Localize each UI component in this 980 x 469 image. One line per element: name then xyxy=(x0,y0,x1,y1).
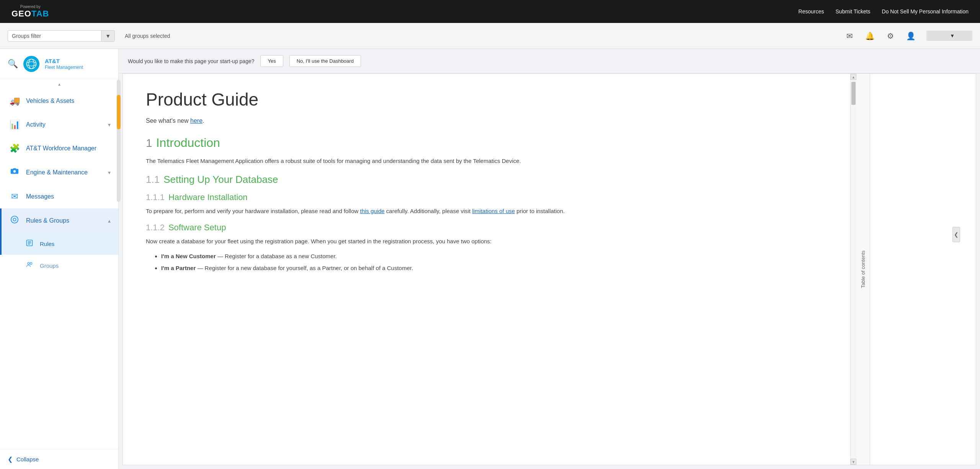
limitations-link[interactable]: limitations of use xyxy=(472,208,515,214)
resources-link[interactable]: Resources xyxy=(799,8,824,15)
sub-sub-1-1-1-title: Hardware Installation xyxy=(168,192,248,202)
groups-filter-arrow[interactable]: ▼ xyxy=(101,31,114,41)
scrollbar-up-button[interactable]: ▲ xyxy=(851,74,856,80)
section-1-num: 1 xyxy=(146,137,152,150)
section-1-body: The Telematics Fleet Management Applicat… xyxy=(146,156,827,166)
bell-icon-button[interactable]: 🔔 xyxy=(864,30,876,42)
svg-point-5 xyxy=(13,170,16,173)
bullet-new-customer: I'm a New Customer — Register for a data… xyxy=(161,251,827,261)
groups-filter-label: Groups filter xyxy=(12,33,41,39)
collapse-sidebar-button[interactable]: ❮ Collapse xyxy=(0,449,118,469)
do-not-sell-link[interactable]: Do Not Sell My Personal Information xyxy=(882,8,969,15)
scroll-up-button[interactable]: ▴ xyxy=(0,79,118,89)
bullet-partner-bold: I'm a Partner xyxy=(161,265,196,271)
camera-icon-svg xyxy=(10,167,19,176)
svg-point-14 xyxy=(30,262,32,264)
scrollbar-track xyxy=(851,80,856,459)
activity-expand-arrow: ▾ xyxy=(108,122,111,128)
top-nav-links: Resources Submit Tickets Do Not Sell My … xyxy=(799,8,969,15)
scrollbar-down-button[interactable]: ▼ xyxy=(851,459,856,465)
startup-question: Would you like to make this page your st… xyxy=(128,58,254,64)
guide-scrollbar[interactable]: ▲ ▼ xyxy=(850,74,856,465)
svg-point-8 xyxy=(13,218,16,221)
sidebar-item-workforce[interactable]: 🧩 AT&T Workforce Manager xyxy=(0,137,118,160)
rules-label: Rules xyxy=(40,241,54,247)
scrollbar-thumb[interactable] xyxy=(117,95,121,129)
sidebar-search-button[interactable]: 🔍 xyxy=(8,59,18,69)
sub-sub-1-1-2-num: 1.1.2 xyxy=(146,223,165,233)
section-1-heading: 1 Introduction xyxy=(146,136,827,150)
powered-by-text: Powered by xyxy=(20,5,41,9)
att-brand-text: AT&T Fleet Management xyxy=(45,58,83,70)
messages-icon: ✉ xyxy=(9,192,20,202)
rules-groups-label: Rules & Groups xyxy=(26,217,102,224)
groups-icon xyxy=(24,261,34,270)
workforce-icon: 🧩 xyxy=(9,143,20,153)
user-icon-button[interactable]: 👤 xyxy=(905,30,917,42)
hardware-body-suffix: prior to installation. xyxy=(515,208,565,214)
rules-groups-icon xyxy=(9,215,20,226)
main-layout: 🔍 AT&T Fleet Management ▴ 🚚 Vehicles & A… xyxy=(0,49,980,469)
collapse-right-panel-button[interactable]: ❮ xyxy=(952,227,960,242)
sidebar-item-engine[interactable]: Engine & Maintenance ▾ xyxy=(0,160,118,185)
sidebar-item-rules-groups[interactable]: Rules & Groups ▴ xyxy=(0,208,118,233)
intro-text: See what's new xyxy=(146,117,190,124)
groups-label: Groups xyxy=(40,262,59,269)
submit-tickets-link[interactable]: Submit Tickets xyxy=(836,8,871,15)
brand-geo: GEO xyxy=(11,9,31,19)
sub-1-1-num: 1.1 xyxy=(146,174,160,186)
gear-icon-button[interactable]: ⚙ xyxy=(885,30,895,42)
sub-sub-1-1-1-num: 1.1.1 xyxy=(146,192,165,202)
content-area: Would you like to make this page your st… xyxy=(119,49,980,469)
sidebar-subitem-groups[interactable]: Groups xyxy=(0,255,118,277)
filter-bar: Groups filter ▼ All groups selected ✉ 🔔 … xyxy=(0,23,980,49)
subsection-1-1-heading: 1.1 Setting Up Your Database xyxy=(146,174,827,186)
hardware-body-mid: carefully. Additionally, please visit xyxy=(385,208,472,214)
no-dashboard-button[interactable]: No, I'll use the Dashboard xyxy=(289,55,361,67)
groups-filter-select[interactable]: Groups filter ▼ xyxy=(8,30,115,42)
user-dropdown-button[interactable]: ▼ xyxy=(926,31,972,41)
rules-icon-svg xyxy=(26,239,33,247)
intro-period: . xyxy=(203,117,204,124)
top-bar: Powered by GEOTAB Resources Submit Ticke… xyxy=(0,0,980,23)
groups-icon-svg xyxy=(26,261,33,269)
collapse-arrow-icon: ❮ xyxy=(8,456,13,463)
user-dropdown-arrow: ▼ xyxy=(950,33,955,39)
section-1-title: Introduction xyxy=(156,136,220,150)
sidebar-subitem-rules[interactable]: Rules xyxy=(0,233,118,255)
engine-label: Engine & Maintenance xyxy=(26,169,102,176)
bullet-new-customer-rest: — Register for a database as a new Custo… xyxy=(216,253,337,259)
guide-intro: See what's new here. xyxy=(146,117,827,124)
startup-banner: Would you like to make this page your st… xyxy=(119,49,980,73)
svg-point-13 xyxy=(28,262,29,264)
user-name xyxy=(931,33,947,39)
sub-sub-1-1-2-heading: 1.1.2 Software Setup xyxy=(146,223,827,233)
table-of-contents-sidebar[interactable]: Table of contents xyxy=(856,74,870,465)
sidebar-nav-scroll: ▴ 🚚 Vehicles & Assets 📊 Activity ▾ 🧩 AT&… xyxy=(0,79,118,449)
guide-title: Product Guide xyxy=(146,89,827,110)
brand-tab: TAB xyxy=(31,9,49,19)
collapse-label: Collapse xyxy=(16,456,39,462)
sidebar-header: 🔍 AT&T Fleet Management xyxy=(0,49,118,79)
this-guide-link[interactable]: this guide xyxy=(360,208,384,214)
rules-icon xyxy=(24,239,34,249)
sidebar-item-messages[interactable]: ✉ Messages xyxy=(0,185,118,208)
yes-button[interactable]: Yes xyxy=(260,55,283,67)
guide-content: Product Guide See what's new here. 1 Int… xyxy=(123,74,850,465)
geotab-logo: Powered by GEOTAB xyxy=(11,5,49,19)
activity-label: Activity xyxy=(26,121,102,128)
intro-link[interactable]: here xyxy=(190,117,203,124)
att-name: AT&T xyxy=(45,58,83,65)
scrollbar-thumb[interactable] xyxy=(851,82,856,105)
engine-expand-arrow: ▾ xyxy=(108,169,111,176)
sidebar-item-activity[interactable]: 📊 Activity ▾ xyxy=(0,113,118,137)
att-logo xyxy=(23,56,39,72)
activity-icon: 📊 xyxy=(9,120,20,130)
sub-sub-1-1-2-body: Now create a database for your fleet usi… xyxy=(146,236,827,246)
sidebar-item-vehicles[interactable]: 🚚 Vehicles & Assets xyxy=(0,89,118,113)
svg-rect-6 xyxy=(13,168,16,169)
workforce-label: AT&T Workforce Manager xyxy=(26,145,111,152)
bullet-partner: I'm a Partner — Register for a new datab… xyxy=(161,263,827,273)
mail-icon-button[interactable]: ✉ xyxy=(845,30,854,42)
sub-sub-1-1-1-heading: 1.1.1 Hardware Installation xyxy=(146,192,827,202)
